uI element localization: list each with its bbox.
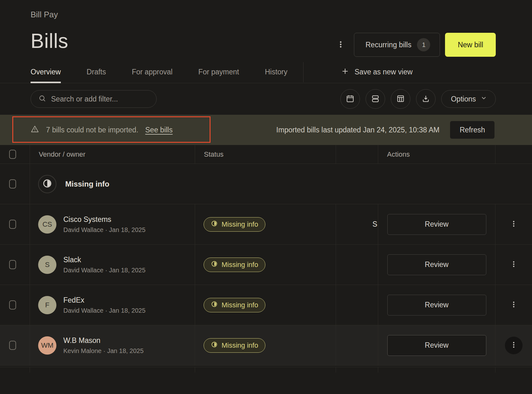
row-kebab-button[interactable] — [505, 296, 523, 314]
breadcrumb: Bill Pay — [31, 9, 496, 20]
row-checkbox[interactable] — [9, 260, 16, 269]
recurring-bills-label: Recurring bills — [366, 41, 412, 49]
import-alert-text: 7 bills could not be imported. — [46, 126, 138, 134]
review-button[interactable]: Review — [387, 254, 486, 275]
warning-icon — [31, 125, 39, 135]
calendar-view-button[interactable] — [340, 89, 360, 109]
row-checkbox-cell — [0, 245, 30, 285]
status-badge: Missing info — [204, 258, 265, 272]
refresh-button[interactable]: Refresh — [450, 121, 494, 139]
header-checkbox-cell — [0, 145, 30, 164]
rows-icon — [371, 94, 380, 104]
half-circle-status-icon — [211, 260, 218, 269]
amount-cell — [336, 245, 378, 285]
review-button[interactable]: Review — [387, 214, 486, 235]
search-input[interactable] — [51, 95, 149, 103]
half-circle-status-icon — [42, 178, 52, 190]
row-checkbox[interactable] — [9, 341, 16, 350]
group-label: Missing info — [65, 180, 109, 188]
download-icon — [421, 94, 430, 104]
vendor-cell[interactable]: S Slack David Wallace · Jan 18, 2025 — [30, 245, 195, 285]
tab-drafts[interactable]: Drafts — [87, 61, 106, 83]
tabs-divider — [303, 62, 304, 82]
row-checkbox[interactable] — [9, 300, 16, 310]
options-label: Options — [451, 95, 476, 103]
actions-cell: Review — [378, 204, 495, 244]
group-row-missing-info: Missing info — [0, 164, 532, 204]
vendor-avatar: WM — [38, 336, 56, 355]
table-row: WM W.B Mason Kevin Malone · Jan 18, 2025… — [0, 325, 532, 366]
row-menu-cell — [495, 204, 532, 244]
search-icon — [38, 95, 46, 103]
group-row-main[interactable]: Missing info — [30, 164, 532, 204]
vendor-text: Slack David Wallace · Jan 18, 2025 — [63, 256, 146, 274]
header-actions: Recurring bills 1 New bill — [334, 33, 496, 57]
select-all-checkbox[interactable] — [9, 150, 16, 159]
kebab-icon — [510, 341, 518, 350]
options-button[interactable]: Options — [441, 90, 496, 108]
new-bill-button[interactable]: New bill — [445, 33, 496, 57]
status-cell: Missing info — [195, 325, 336, 365]
group-checkbox[interactable] — [9, 179, 16, 188]
see-bills-link[interactable]: See bills — [145, 126, 173, 134]
half-circle-status-icon — [211, 220, 218, 229]
vendor-avatar: CS — [38, 215, 56, 234]
page-header: Bill Pay Bills Recurring bills 1 New bil… — [0, 0, 532, 52]
column-header-status: Status — [195, 145, 336, 164]
row-checkbox[interactable] — [9, 220, 16, 229]
save-as-new-view-label: Save as new view — [355, 68, 413, 76]
vendor-cell[interactable]: CS Cisco Systems David Wallace · Jan 18,… — [30, 204, 195, 244]
vendor-avatar: S — [38, 256, 56, 274]
row-kebab-button[interactable] — [505, 216, 523, 233]
bills-table: Vendor / owner Status Actions — [0, 145, 532, 373]
row-kebab-button[interactable] — [505, 256, 523, 274]
table-row-partial — [0, 367, 532, 373]
row-checkbox-cell — [0, 204, 30, 244]
review-button[interactable]: Review — [387, 335, 486, 356]
vendor-cell[interactable]: WM W.B Mason Kevin Malone · Jan 18, 2025 — [30, 325, 195, 365]
vendor-owner-date: David Wallace · Jan 18, 2025 — [63, 226, 146, 234]
vendor-text: Cisco Systems David Wallace · Jan 18, 20… — [63, 215, 146, 234]
more-options-button[interactable] — [334, 33, 347, 57]
row-menu-cell — [495, 325, 532, 365]
vendor-name: Cisco Systems — [63, 215, 146, 224]
calendar-icon — [346, 94, 355, 104]
vendor-cell[interactable]: F FedEx David Wallace · Jan 18, 2025 — [30, 285, 195, 325]
toolbar-right: Options — [340, 89, 496, 109]
column-header-vendor: Vendor / owner — [30, 145, 195, 164]
tab-for-payment[interactable]: For payment — [198, 61, 239, 83]
column-view-button[interactable] — [391, 89, 410, 109]
half-circle-status-icon — [211, 341, 218, 350]
tab-overview[interactable]: Overview — [31, 61, 61, 83]
column-header-actions: Actions — [378, 145, 495, 164]
tab-for-approval[interactable]: For approval — [132, 61, 172, 83]
tab-history[interactable]: History — [265, 61, 287, 83]
chevron-down-icon — [480, 95, 487, 103]
kebab-icon — [510, 301, 518, 309]
status-label: Missing info — [222, 301, 258, 309]
status-label: Missing info — [222, 261, 258, 269]
status-badge: Missing info — [204, 338, 265, 353]
search-filter-input-wrap — [31, 90, 157, 108]
export-download-button[interactable] — [416, 89, 436, 109]
vendor-text: W.B Mason Kevin Malone · Jan 18, 2025 — [63, 336, 144, 355]
review-button[interactable]: Review — [387, 295, 486, 316]
group-checkbox-cell — [0, 164, 30, 204]
row-kebab-button[interactable] — [505, 337, 523, 354]
import-alert-message: 7 bills could not be imported. See bills — [31, 125, 173, 135]
status-label: Missing info — [222, 220, 258, 229]
tabs-row: Overview Drafts For approval For payment… — [0, 61, 532, 83]
group-avatar — [38, 175, 56, 193]
recurring-bills-button[interactable]: Recurring bills 1 — [354, 33, 440, 57]
row-view-button[interactable] — [366, 89, 385, 109]
vendor-name: W.B Mason — [63, 336, 144, 345]
last-updated-text: Imported bills last updated Jan 24, 2025… — [276, 126, 440, 134]
status-badge: Missing info — [204, 217, 265, 232]
import-alert-banner: 7 bills could not be imported. See bills… — [0, 115, 532, 145]
vendor-name: Slack — [63, 256, 146, 264]
vendor-name: FedEx — [63, 296, 146, 304]
row-checkbox-cell — [0, 285, 30, 325]
save-as-new-view-button[interactable]: Save as new view — [341, 67, 413, 78]
status-cell: Missing info — [195, 285, 336, 325]
row-checkbox-cell — [0, 325, 30, 365]
